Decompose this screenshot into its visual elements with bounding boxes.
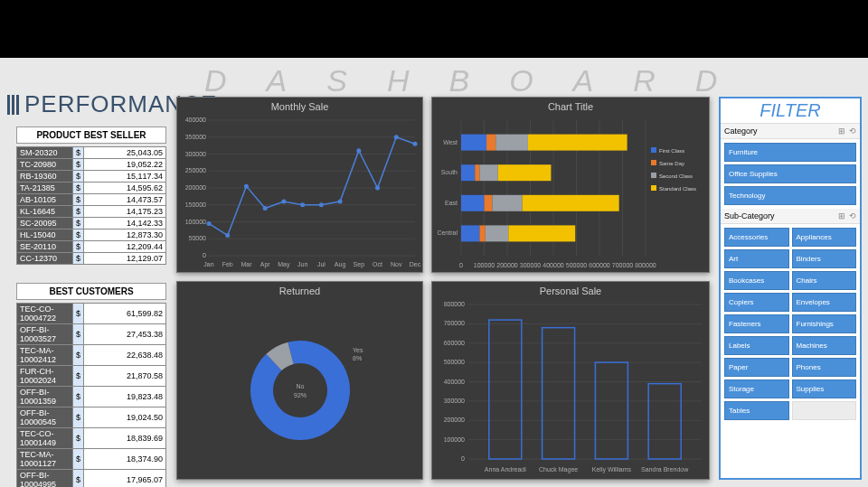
table-row-value: 14,473.57: [84, 194, 166, 206]
table-row-key: TC-20980: [17, 159, 73, 171]
category-slicer-header: Category ⊞⟲: [721, 124, 860, 139]
slicer-item[interactable]: Fasteners: [724, 314, 789, 333]
svg-rect-80: [651, 147, 656, 153]
slicer-item[interactable]: Appliances: [792, 228, 857, 247]
currency-cell: $: [73, 304, 84, 324]
table-row-key: OFF-BI-10001359: [17, 387, 73, 407]
best-customers-table: TEC-CO-10004722$61,599.82OFF-BI-10003527…: [16, 303, 166, 487]
clear-filter-icon[interactable]: ⟲: [849, 211, 856, 220]
svg-text:100000: 100000: [444, 436, 465, 443]
svg-text:Sandra Brendow: Sandra Brendow: [641, 466, 689, 473]
table-row-value: 18,374.90: [84, 449, 166, 470]
svg-rect-65: [461, 164, 475, 181]
svg-text:Dec: Dec: [410, 261, 421, 267]
slicer-item[interactable]: Paper: [724, 358, 789, 377]
svg-text:500000: 500000: [444, 359, 465, 365]
slicer-item[interactable]: Furniture: [724, 143, 856, 162]
slicer-item[interactable]: Binders: [792, 249, 857, 268]
svg-rect-77: [486, 225, 509, 241]
svg-rect-112: [542, 328, 575, 459]
svg-text:West: West: [443, 139, 458, 145]
table-row-key: FUR-CH-10002024: [17, 366, 73, 387]
svg-text:Jan: Jan: [203, 261, 213, 267]
slicer-item[interactable]: Bookcases: [724, 271, 789, 290]
svg-text:800000: 800000: [444, 301, 465, 307]
slicer-item[interactable]: [792, 401, 857, 420]
currency-cell: $: [73, 253, 84, 265]
svg-text:92%: 92%: [294, 392, 307, 398]
svg-text:200000: 200000: [496, 262, 517, 268]
table-row-value: 17,965.07: [84, 470, 166, 488]
slicer-item[interactable]: Tables: [724, 401, 789, 420]
table-row-key: RB-19360: [17, 171, 73, 183]
currency-cell: $: [73, 206, 84, 218]
table-row-key: TEC-MA-10002412: [17, 345, 73, 366]
slicer-item[interactable]: Accessories: [724, 228, 789, 247]
table-row-value: 14,595.62: [84, 183, 166, 194]
slicer-item[interactable]: Machines: [792, 336, 857, 355]
currency-cell: $: [73, 428, 84, 449]
slicer-item[interactable]: Supplies: [792, 379, 857, 398]
svg-text:200000: 200000: [444, 417, 465, 423]
multiselect-icon[interactable]: ⊞: [838, 211, 845, 220]
slicer-item[interactable]: Phones: [792, 358, 857, 377]
svg-point-29: [413, 142, 418, 146]
svg-rect-84: [651, 173, 656, 178]
svg-text:800000: 800000: [635, 262, 656, 268]
subcategory-slicer-header: Sub-Category ⊞⟲: [721, 209, 860, 224]
currency-cell: $: [73, 147, 84, 159]
svg-point-19: [225, 233, 230, 238]
svg-text:300000: 300000: [520, 262, 541, 268]
svg-text:Jul: Jul: [317, 261, 326, 267]
svg-text:400000: 400000: [542, 262, 563, 268]
svg-rect-61: [486, 135, 495, 151]
svg-text:150000: 150000: [185, 201, 206, 208]
svg-text:No: No: [297, 383, 305, 389]
best-seller-table: SM-20320$25,043.05TC-20980$19,052.22RB-1…: [16, 146, 166, 265]
slicer-item[interactable]: Technology: [724, 186, 856, 205]
subcategory-slicer: AccessoriesAppliancesArtBindersBookcases…: [721, 224, 860, 424]
svg-rect-68: [498, 164, 552, 181]
table-row-key: OFF-BI-10000545: [17, 407, 73, 428]
svg-point-21: [263, 206, 268, 211]
currency-cell: $: [73, 229, 84, 241]
table-row-value: 15,117.34: [84, 171, 166, 183]
svg-text:Anna Andreadi: Anna Andreadi: [485, 466, 526, 473]
clear-filter-icon[interactable]: ⟲: [849, 126, 856, 136]
multiselect-icon[interactable]: ⊞: [838, 126, 845, 136]
table-row-value: 22,638.48: [84, 345, 166, 366]
table-row-key: TEC-MA-10001127: [17, 449, 73, 470]
slicer-item[interactable]: Art: [724, 249, 789, 268]
svg-text:Jun: Jun: [297, 261, 307, 267]
svg-point-18: [207, 221, 212, 226]
svg-point-20: [244, 184, 249, 189]
svg-rect-82: [651, 160, 656, 165]
category-slicer: FurnitureOffice SuppliesTechnology: [721, 139, 860, 209]
currency-cell: $: [73, 159, 84, 171]
slicer-item[interactable]: Office Supplies: [724, 164, 856, 183]
slicer-item[interactable]: Furnishings: [792, 314, 857, 333]
svg-text:Same Day: Same Day: [659, 161, 684, 166]
currency-cell: $: [73, 241, 84, 253]
dashboard-title: DASHBOARD: [204, 63, 864, 98]
svg-rect-73: [523, 195, 619, 211]
svg-text:0: 0: [459, 262, 463, 268]
slicer-item[interactable]: Copiers: [724, 293, 789, 312]
slicer-item[interactable]: Storage: [724, 379, 789, 398]
svg-text:500000: 500000: [566, 262, 587, 268]
svg-rect-62: [495, 135, 528, 151]
svg-point-22: [281, 200, 286, 204]
table-row-value: 12,129.07: [84, 253, 166, 265]
svg-rect-67: [479, 164, 497, 181]
svg-text:Second Class: Second Class: [659, 173, 693, 179]
slicer-item[interactable]: Labels: [724, 336, 789, 355]
table-row-key: TA-21385: [17, 183, 73, 194]
table-row-value: 18,839.69: [84, 428, 166, 449]
currency-cell: $: [73, 470, 84, 488]
slicer-item[interactable]: Envelopes: [792, 293, 857, 312]
svg-rect-71: [485, 195, 493, 211]
currency-cell: $: [73, 407, 84, 428]
svg-text:300000: 300000: [444, 398, 465, 404]
currency-cell: $: [73, 194, 84, 206]
slicer-item[interactable]: Chairs: [792, 271, 857, 290]
